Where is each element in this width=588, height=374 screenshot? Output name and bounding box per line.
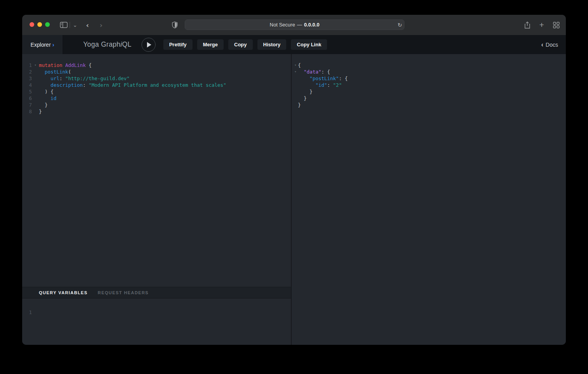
close-window-button[interactable]: [30, 22, 34, 27]
copy-button[interactable]: Copy: [228, 39, 253, 50]
docs-chevron-left-icon: ‹: [541, 41, 543, 48]
sidebar-toggle-icon[interactable]: [59, 15, 69, 35]
minimize-window-button[interactable]: [37, 22, 42, 27]
tab-request-headers[interactable]: REQUEST HEADERS: [98, 290, 149, 295]
code-token: [298, 69, 304, 75]
code-token: [39, 82, 51, 88]
fold-gutter: [32, 108, 39, 115]
browser-window: ⌄ ‹ › Not Secure — 0.0.0.0 ↻ +: [22, 15, 566, 345]
code-token: }: [39, 102, 48, 108]
line-number: 7: [22, 102, 32, 108]
code-text: mutation AddLink {: [39, 62, 92, 68]
code-token: (: [68, 69, 71, 75]
history-button[interactable]: History: [257, 39, 287, 50]
explorer-toggle[interactable]: Explorer ›: [22, 35, 63, 54]
code-line[interactable]: }: [292, 95, 566, 102]
address-bar[interactable]: Not Secure — 0.0.0.0: [185, 19, 404, 30]
new-tab-icon[interactable]: +: [537, 15, 546, 35]
code-token: }: [39, 109, 42, 114]
code-token: {: [86, 62, 91, 68]
code-line[interactable]: 4 description: "Modern API Platform and …: [22, 82, 291, 88]
query-variables-editor[interactable]: 1: [22, 298, 291, 345]
fold-arrow-icon[interactable]: ▾: [292, 62, 298, 68]
zoom-window-button[interactable]: [45, 22, 50, 27]
url-security-label: Not Secure: [270, 22, 295, 28]
code-line[interactable]: }: [292, 102, 566, 108]
browser-titlebar: ⌄ ‹ › Not Secure — 0.0.0.0 ↻ +: [22, 15, 566, 35]
code-token: description: [51, 82, 83, 88]
fold-gutter: [292, 102, 298, 108]
fold-arrow-icon[interactable]: ▾: [292, 68, 298, 75]
titlebar-separator: [70, 22, 70, 28]
line-number: 2: [22, 68, 32, 75]
line-number: 4: [22, 82, 32, 88]
code-token: [298, 76, 310, 81]
code-line[interactable]: }: [292, 88, 566, 95]
fold-gutter: [292, 88, 298, 95]
tab-query-variables[interactable]: QUERY VARIABLES: [39, 290, 88, 295]
fold-gutter: [32, 102, 39, 108]
code-line[interactable]: 3 url: "http://the-guild.dev": [22, 75, 291, 82]
title-post: QL: [122, 40, 131, 49]
response-viewer: ▾{▾ "data": { "postLink": { "id": "2" } …: [292, 54, 566, 345]
code-text: }: [39, 108, 42, 115]
code-line[interactable]: 7 }: [22, 102, 291, 108]
code-token: [298, 82, 315, 88]
line-number: 8: [22, 108, 32, 115]
code-token: ) {: [39, 89, 54, 95]
query-editor[interactable]: 1▾mutation AddLink {2 postLink(3 url: "h…: [22, 54, 291, 287]
merge-button[interactable]: Merge: [197, 39, 224, 50]
share-icon[interactable]: [523, 15, 532, 35]
code-token: postLink: [45, 69, 68, 75]
code-token: "http://the-guild.dev": [65, 76, 130, 81]
left-column: 1▾mutation AddLink {2 postLink(3 url: "h…: [22, 54, 291, 345]
docs-toggle[interactable]: ‹ Docs: [541, 35, 558, 54]
execute-query-button[interactable]: [142, 38, 156, 52]
code-line[interactable]: 5 ) {: [22, 88, 291, 95]
code-token: "Modern API Platform and ecosystem that …: [89, 82, 226, 88]
code-line[interactable]: 6 id: [22, 95, 291, 102]
reload-icon[interactable]: ↻: [395, 19, 404, 30]
code-token: [62, 62, 65, 68]
code-line[interactable]: 8}: [22, 108, 291, 115]
code-line[interactable]: ▾ "data": {: [292, 68, 566, 75]
code-text: "data": {: [298, 68, 330, 75]
fold-gutter: [292, 82, 298, 88]
code-line[interactable]: "id": "2": [292, 82, 566, 88]
code-token: [39, 69, 45, 75]
code-token: }: [298, 89, 313, 95]
tab-overview-icon[interactable]: [551, 15, 561, 35]
prettify-button[interactable]: Prettify: [163, 39, 192, 50]
code-token: : {: [321, 69, 330, 75]
code-line[interactable]: ▾{: [292, 62, 566, 68]
back-button-icon[interactable]: ‹: [84, 15, 91, 35]
code-line[interactable]: 1: [22, 309, 291, 316]
fold-arrow-icon[interactable]: ▾: [32, 62, 39, 68]
content-area: 1▾mutation AddLink {2 postLink(3 url: "h…: [22, 54, 566, 345]
sidebar-menu-chevron-down-icon[interactable]: ⌄: [71, 15, 79, 35]
code-line[interactable]: "postLink": {: [292, 75, 566, 82]
page-title: Yoga GraphiQL: [83, 35, 131, 54]
code-line[interactable]: 2 postLink(: [22, 68, 291, 75]
code-text: }: [298, 102, 301, 108]
code-token: : {: [339, 76, 348, 81]
forward-button-icon[interactable]: ›: [97, 15, 105, 35]
privacy-shield-icon[interactable]: [170, 15, 179, 35]
code-token: id: [51, 95, 56, 101]
fold-gutter: [32, 68, 39, 75]
code-line[interactable]: 1▾mutation AddLink {: [22, 62, 291, 68]
code-text: "id": "2": [298, 82, 342, 88]
copy-link-button[interactable]: Copy Link: [291, 39, 327, 50]
explorer-label: Explorer: [30, 42, 51, 48]
fold-gutter: [32, 82, 39, 88]
code-text: description: "Modern API Platform and ec…: [39, 82, 226, 88]
graphiql-toolbar: Explorer › Yoga GraphiQL Prettify Merge …: [22, 35, 566, 54]
code-text: }: [298, 88, 313, 95]
line-number: 1: [22, 62, 32, 68]
code-text: postLink(: [39, 68, 71, 75]
code-text: url: "http://the-guild.dev": [39, 75, 130, 82]
code-token: :: [83, 82, 89, 88]
code-token: "2": [333, 82, 342, 88]
fold-gutter: [32, 95, 39, 102]
title-pre: Yoga Graph: [83, 40, 121, 49]
